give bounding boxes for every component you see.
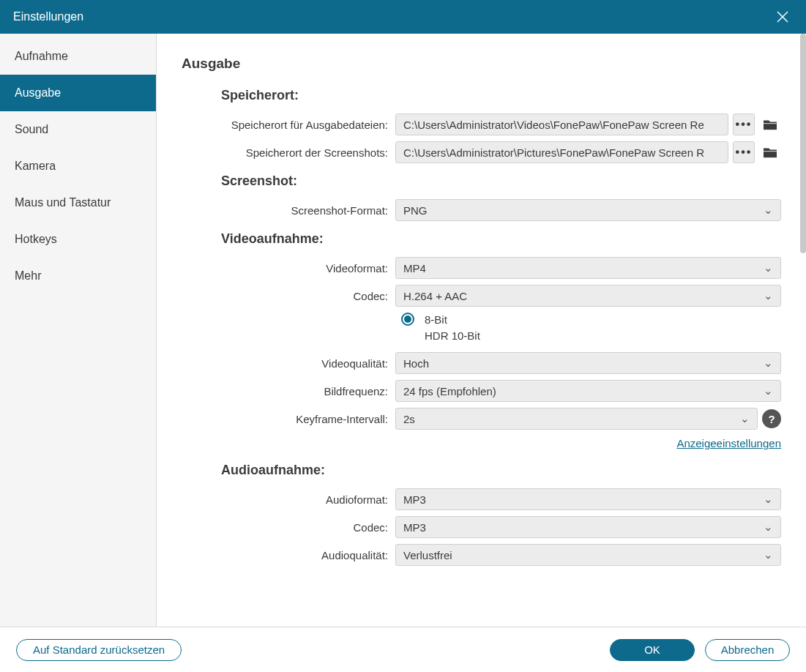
dropdown-value: MP3 xyxy=(403,493,426,506)
sidebar-item-kamera[interactable]: Kamera xyxy=(0,148,156,184)
sidebar-item-ausgabe[interactable]: Ausgabe xyxy=(0,75,156,111)
display-settings-link[interactable]: Anzeigeeinstellungen xyxy=(676,437,781,449)
chevron-down-icon: ⌄ xyxy=(764,204,773,217)
body: Aufnahme Ausgabe Sound Kamera Maus und T… xyxy=(0,34,806,627)
close-button[interactable] xyxy=(772,7,793,27)
window-title: Einstellungen xyxy=(13,10,83,23)
output-path-browse-button[interactable]: ••• xyxy=(733,113,755,135)
output-path-open-folder-button[interactable] xyxy=(759,113,781,135)
dropdown-value: MP4 xyxy=(403,262,426,275)
label-output-path: Speicherort für Ausgabedateien: xyxy=(182,119,395,131)
label-framerate: Bildfrequenz: xyxy=(182,385,395,397)
main-panel: Ausgabe Speicherort: Speicherort für Aus… xyxy=(157,34,806,627)
audio-format-dropdown[interactable]: MP3 ⌄ xyxy=(395,488,781,510)
sidebar-item-maus-tastatur[interactable]: Maus und Tastatur xyxy=(0,184,156,221)
screenshot-path-value: C:\Users\Administrator\Pictures\FonePaw\… xyxy=(403,146,704,159)
keyframe-help-button[interactable]: ? xyxy=(762,409,781,428)
label-video-codec: Codec: xyxy=(182,290,395,302)
button-label: OK xyxy=(644,643,660,656)
section-title-video: Videoaufnahme: xyxy=(221,231,781,247)
radio-hdr10bit[interactable]: HDR 10-Bit xyxy=(401,329,781,342)
label-audio-quality: Audioqualität: xyxy=(182,549,395,561)
label-screenshot-format: Screenshot-Format: xyxy=(182,204,395,217)
label-video-quality: Videoqualität: xyxy=(182,357,395,370)
chevron-down-icon: ⌄ xyxy=(764,493,773,506)
label-keyframe: Keyframe-Intervall: xyxy=(182,413,395,425)
sidebar-item-aufnahme[interactable]: Aufnahme xyxy=(0,38,156,75)
audio-quality-dropdown[interactable]: Verlustfrei ⌄ xyxy=(395,544,781,566)
output-path-field[interactable]: C:\Users\Administrator\Videos\FonePaw\Fo… xyxy=(395,113,728,135)
screenshot-format-dropdown[interactable]: PNG ⌄ xyxy=(395,199,781,221)
sidebar: Aufnahme Ausgabe Sound Kamera Maus und T… xyxy=(0,34,157,627)
cancel-button[interactable]: Abbrechen xyxy=(705,639,790,661)
button-label: Auf Standard zurücksetzen xyxy=(33,643,165,656)
chevron-down-icon: ⌄ xyxy=(764,289,773,302)
chevron-down-icon: ⌄ xyxy=(764,520,773,534)
label-video-format: Videoformat: xyxy=(182,262,395,275)
row-screenshot-path: Speicherort der Screenshots: C:\Users\Ad… xyxy=(182,141,781,163)
dropdown-value: Verlustfrei xyxy=(403,549,452,561)
row-audio-format: Audioformat: MP3 ⌄ xyxy=(182,488,781,510)
row-keyframe: Keyframe-Intervall: 2s ⌄ ? xyxy=(182,408,781,430)
ellipsis-icon: ••• xyxy=(736,118,753,131)
chevron-down-icon: ⌄ xyxy=(764,384,773,397)
video-quality-dropdown[interactable]: Hoch ⌄ xyxy=(395,352,781,374)
dropdown-value: 2s xyxy=(403,413,415,425)
screenshot-path-open-folder-button[interactable] xyxy=(759,141,781,163)
label-audio-format: Audioformat: xyxy=(182,493,395,506)
row-audio-quality: Audioqualität: Verlustfrei ⌄ xyxy=(182,544,781,566)
row-video-format: Videoformat: MP4 ⌄ xyxy=(182,257,781,279)
label-audio-codec: Codec: xyxy=(182,521,395,534)
question-icon: ? xyxy=(768,413,775,425)
framerate-dropdown[interactable]: 24 fps (Empfohlen) ⌄ xyxy=(395,380,781,402)
footer: Auf Standard zurücksetzen OK Abbrechen xyxy=(0,627,806,672)
chevron-down-icon: ⌄ xyxy=(740,412,750,425)
sidebar-item-hotkeys[interactable]: Hotkeys xyxy=(0,221,156,258)
close-icon xyxy=(777,11,788,23)
dropdown-value: MP3 xyxy=(403,521,426,534)
chevron-down-icon: ⌄ xyxy=(764,356,773,370)
sidebar-item-label: Aufnahme xyxy=(15,50,68,63)
radio-icon-unselected xyxy=(401,329,414,342)
sidebar-item-mehr[interactable]: Mehr xyxy=(0,258,156,294)
dropdown-value: 24 fps (Empfohlen) xyxy=(403,385,496,397)
section-title-audio: Audioaufnahme: xyxy=(221,463,781,478)
sidebar-item-sound[interactable]: Sound xyxy=(0,111,156,148)
keyframe-dropdown[interactable]: 2s ⌄ xyxy=(395,408,758,430)
folder-icon xyxy=(764,119,777,130)
chevron-down-icon: ⌄ xyxy=(764,548,773,561)
sidebar-item-label: Sound xyxy=(15,123,48,136)
button-label: Abbrechen xyxy=(721,643,775,656)
screenshot-path-field[interactable]: C:\Users\Administrator\Pictures\FonePaw\… xyxy=(395,141,728,163)
section-title-storage: Speicherort: xyxy=(221,88,781,103)
radio-icon-selected xyxy=(401,313,414,326)
scrollbar[interactable] xyxy=(800,34,806,253)
label-screenshot-path: Speicherort der Screenshots: xyxy=(182,146,395,159)
page-title: Ausgabe xyxy=(182,56,781,72)
radio-label: 8-Bit xyxy=(425,313,447,326)
row-output-path: Speicherort für Ausgabedateien: C:\Users… xyxy=(182,113,781,135)
row-video-quality: Videoqualität: Hoch ⌄ xyxy=(182,352,781,374)
ok-button[interactable]: OK xyxy=(610,639,695,661)
folder-icon xyxy=(764,146,777,158)
video-codec-dropdown[interactable]: H.264 + AAC ⌄ xyxy=(395,285,781,307)
row-framerate: Bildfrequenz: 24 fps (Empfohlen) ⌄ xyxy=(182,380,781,402)
ellipsis-icon: ••• xyxy=(736,146,753,159)
radio-8bit[interactable]: 8-Bit xyxy=(401,313,781,326)
dropdown-value: PNG xyxy=(403,204,428,217)
video-format-dropdown[interactable]: MP4 ⌄ xyxy=(395,257,781,279)
dropdown-value: H.264 + AAC xyxy=(403,290,467,302)
radio-label: HDR 10-Bit xyxy=(425,329,480,342)
sidebar-item-label: Mehr xyxy=(15,269,41,283)
row-video-codec: Codec: H.264 + AAC ⌄ xyxy=(182,285,781,307)
sidebar-item-label: Kamera xyxy=(15,160,56,173)
settings-window: Einstellungen Aufnahme Ausgabe Sound Kam… xyxy=(0,0,806,672)
dropdown-value: Hoch xyxy=(403,357,429,370)
screenshot-path-browse-button[interactable]: ••• xyxy=(733,141,755,163)
sidebar-item-label: Hotkeys xyxy=(15,233,57,246)
row-screenshot-format: Screenshot-Format: PNG ⌄ xyxy=(182,199,781,221)
output-path-value: C:\Users\Administrator\Videos\FonePaw\Fo… xyxy=(403,119,704,131)
row-audio-codec: Codec: MP3 ⌄ xyxy=(182,516,781,538)
reset-button[interactable]: Auf Standard zurücksetzen xyxy=(16,639,182,661)
audio-codec-dropdown[interactable]: MP3 ⌄ xyxy=(395,516,781,538)
